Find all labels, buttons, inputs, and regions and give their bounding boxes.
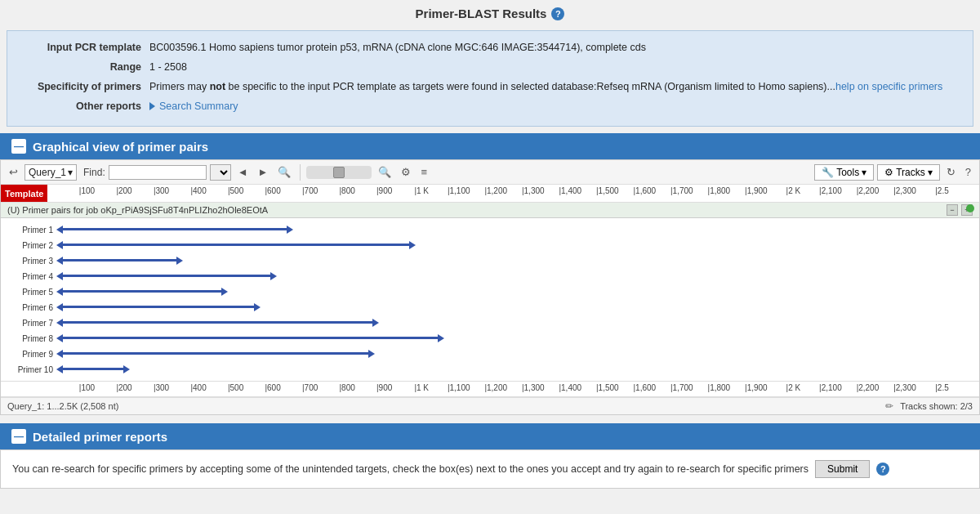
- range-row: Range 1 - 2508: [19, 59, 961, 75]
- primer-row: Primer 7: [7, 315, 979, 330]
- primer-row: Primer 10: [7, 362, 979, 377]
- primer-row: Primer 4: [7, 269, 979, 284]
- zoom-in-btn[interactable]: 🔍: [274, 164, 294, 180]
- primer-name: Primer 2: [7, 241, 56, 250]
- other-reports-value: Search Summary: [149, 98, 961, 114]
- primer-bar: [63, 306, 254, 308]
- primer-name: Primer 8: [7, 334, 56, 343]
- viewer-toolbar: ↩ Query_1 ▾ Find: ◄ ► 🔍 🔍 ⚙ ≡ 🔧: [1, 160, 979, 185]
- page-title: Primer-BLAST Results: [416, 7, 547, 20]
- undo-btn[interactable]: ↩: [6, 164, 21, 180]
- title-help-icon[interactable]: ?: [551, 7, 564, 20]
- primer-line-area: [56, 333, 979, 344]
- primer-arrow-left: [56, 319, 63, 327]
- primer-arrow-left: [56, 350, 63, 358]
- template-label: Template: [1, 185, 47, 202]
- track-title-bar: (U) Primer pairs for job oKp_rPiA9SjSFu8…: [1, 203, 979, 218]
- primer-line-area: [56, 302, 979, 313]
- primer-line-area: [56, 255, 979, 266]
- specificity-value: Primers may not be specific to the input…: [149, 78, 961, 95]
- primer-line-area: [56, 348, 979, 360]
- info-box: Input PCR template BC003596.1 Homo sapie…: [7, 30, 973, 127]
- tracks-btn[interactable]: ⚙ Tracks ▾: [877, 164, 940, 181]
- specificity-row: Specificity of primers Primers may not b…: [19, 78, 961, 95]
- edit-btn[interactable]: ✏: [885, 400, 893, 412]
- triangle-icon: [149, 102, 155, 110]
- status-right: ✏ Tracks shown: 2/3: [885, 400, 973, 412]
- primer-line-area: [56, 364, 979, 375]
- track-canvas: (U) Primer pairs for job oKp_rPiA9SjSFu8…: [1, 203, 979, 381]
- primer-arrow-right: [221, 288, 228, 296]
- primer-line-area: [56, 239, 979, 251]
- detailed-toggle[interactable]: —: [11, 429, 26, 444]
- top-ruler-container: Template |100|200|300|400|500|600|700|80…: [1, 185, 979, 203]
- tools-btn[interactable]: 🔧 Tools ▾: [814, 164, 874, 181]
- zoom-out-btn[interactable]: 🔍: [375, 164, 394, 180]
- bottom-ruler-container: |100|200|300|400|500|600|700|800|900|1 K…: [1, 381, 979, 397]
- primer-name: Primer 4: [7, 272, 56, 281]
- specificity-label: Specificity of primers: [19, 78, 149, 95]
- range-value: 1 - 2508: [149, 59, 961, 75]
- specificity-link[interactable]: help on specific primers: [835, 81, 942, 92]
- primer-bar: [63, 368, 123, 370]
- tracks-gear-icon: ⚙: [884, 167, 893, 178]
- graphical-section-header: — Graphical view of primer pairs: [0, 133, 980, 159]
- primer-row: Primer 8: [7, 331, 979, 346]
- primer-arrow-right: [254, 303, 261, 311]
- tools-label: Tools: [836, 167, 859, 178]
- slider-area[interactable]: [306, 166, 372, 179]
- primer-row: Primer 6: [7, 300, 979, 315]
- tools-wrench-icon: 🔧: [822, 167, 834, 178]
- forward-btn[interactable]: ►: [255, 164, 272, 180]
- other-reports-row: Other reports Search Summary: [19, 98, 961, 114]
- help-btn[interactable]: ?: [962, 164, 974, 180]
- primer-line-area: [56, 270, 979, 282]
- primer-arrow-left: [56, 288, 63, 296]
- settings-btn[interactable]: ⚙: [398, 164, 414, 180]
- input-pcr-label: Input PCR template: [19, 39, 149, 56]
- primer-name: Primer 5: [7, 288, 56, 297]
- primer-bar: [63, 244, 409, 246]
- submit-btn[interactable]: Submit: [815, 460, 870, 478]
- detailed-section: — Detailed primer reports You can re-sea…: [0, 423, 980, 489]
- top-ruler: |100|200|300|400|500|600|700|800|900|1 K…: [50, 185, 979, 202]
- primer-line-area: [56, 317, 979, 329]
- input-pcr-row: Input PCR template BC003596.1 Homo sapie…: [19, 39, 961, 56]
- track-minimize-btn[interactable]: −: [947, 204, 958, 216]
- export-btn[interactable]: ≡: [417, 164, 430, 180]
- primer-bar: [63, 290, 221, 293]
- primer-rows: Primer 1Primer 2Primer 3Primer 4Primer 5…: [1, 218, 979, 381]
- primer-arrow-left: [56, 303, 63, 311]
- track-status-dot: [966, 204, 974, 212]
- search-summary-text: Search Summary: [159, 98, 238, 114]
- primer-line-area: [56, 286, 979, 297]
- primer-arrow-left: [56, 365, 63, 373]
- page-wrapper: Primer-BLAST Results ? Input PCR templat…: [0, 0, 980, 489]
- primer-bar: [63, 352, 368, 355]
- detailed-help-icon[interactable]: ?: [876, 463, 889, 476]
- primer-bar: [63, 259, 176, 261]
- primer-arrow-left: [56, 226, 63, 234]
- primer-name: Primer 10: [7, 365, 56, 374]
- query-dropdown[interactable]: Query_1 ▾: [24, 164, 77, 181]
- search-summary-link[interactable]: Search Summary: [149, 98, 961, 114]
- primer-row: Primer 9: [7, 346, 979, 361]
- primer-name: Primer 6: [7, 303, 56, 312]
- refresh-btn[interactable]: ↻: [943, 164, 959, 180]
- primer-bar: [63, 228, 287, 230]
- graphical-toggle[interactable]: —: [11, 139, 26, 154]
- bottom-ruler: |100|200|300|400|500|600|700|800|900|1 K…: [50, 382, 979, 396]
- primer-arrow-right: [409, 241, 416, 249]
- find-input[interactable]: [109, 165, 207, 180]
- range-label: Range: [19, 59, 149, 75]
- specificity-bold: not: [210, 81, 225, 92]
- find-select[interactable]: [210, 164, 231, 181]
- tracks-label: Tracks: [896, 167, 925, 178]
- primer-arrow-right: [176, 257, 183, 265]
- viewer-status: Query_1: 1...2.5K (2,508 nt) ✏ Tracks sh…: [1, 397, 979, 414]
- back-btn[interactable]: ◄: [234, 164, 252, 180]
- primer-arrow-right: [123, 365, 130, 373]
- primer-name: Primer 3: [7, 257, 56, 266]
- other-reports-label: Other reports: [19, 98, 149, 114]
- specificity-text2: be specific to the input PCR template as…: [225, 81, 835, 92]
